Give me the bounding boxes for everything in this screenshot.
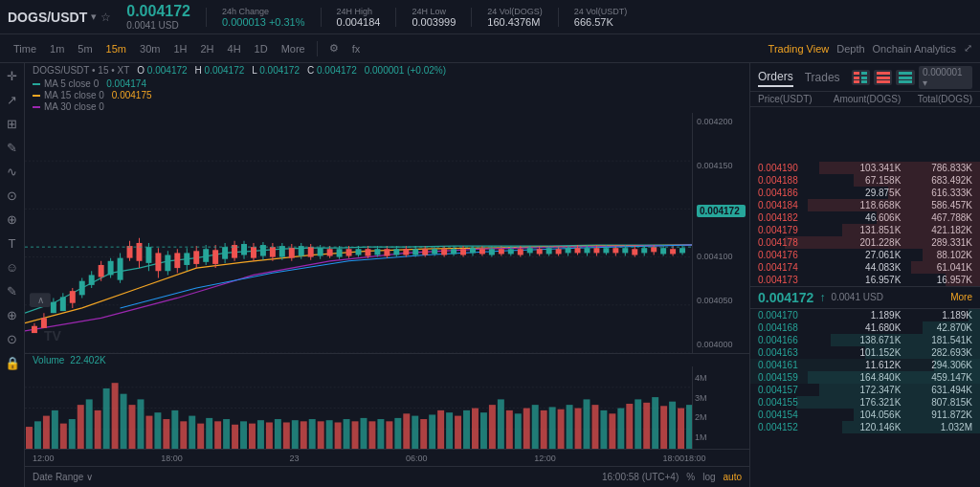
draw-tool[interactable]: ✎ (5, 139, 19, 157)
vol-bar (498, 399, 504, 449)
ob-col-total: Total(DOGS) (901, 94, 972, 104)
ask-row[interactable]: 0.004173 16.957K 16.957K (750, 274, 980, 286)
expand-icon[interactable]: ⤢ (964, 42, 972, 55)
dropdown-icon[interactable]: ▾ (91, 11, 97, 23)
ma30-dot (33, 106, 40, 108)
vol-bar (145, 416, 152, 449)
svg-rect-132 (632, 249, 637, 255)
ask-row[interactable]: 0.004188 67.158K 683.492K (750, 174, 980, 187)
ob-view-bids[interactable] (896, 70, 914, 85)
bid-row[interactable]: 0.004161 11.612K 294.306K (750, 359, 980, 371)
bid-row[interactable]: 0.004163 101.152K 282.693K (750, 346, 980, 359)
vol-level-3: 2M (695, 412, 747, 422)
svg-rect-130 (622, 248, 628, 253)
trading-view-link[interactable]: Trading View (768, 43, 830, 55)
tab-orders[interactable]: Orders (758, 68, 793, 87)
vol-bar (223, 419, 230, 449)
favorite-icon[interactable]: ☆ (100, 11, 111, 24)
interval-30m[interactable]: 30m (134, 41, 166, 56)
interval-5m[interactable]: 5m (72, 41, 98, 56)
pencil-tool[interactable]: ✎ (5, 282, 19, 300)
bid-row[interactable]: 0.004166 138.671K 181.541K (750, 334, 980, 346)
vol-bar (103, 388, 110, 449)
wave-tool[interactable]: ∿ (5, 163, 19, 181)
vol-bar (335, 422, 342, 449)
pair-name[interactable]: DOGS/USDT (8, 10, 87, 25)
ask-row[interactable]: 0.004179 131.851K 421.182K (750, 224, 980, 236)
interval-4h[interactable]: 4H (222, 41, 247, 56)
interval-1d[interactable]: 1D (249, 41, 274, 56)
ob-precision-selector[interactable]: 0.000001 ▾ (919, 66, 972, 89)
ask-row[interactable]: 0.004190 103.341K 786.833K (750, 162, 980, 174)
interval-2h[interactable]: 2H (194, 41, 219, 56)
interval-more[interactable]: More (276, 41, 311, 56)
ask-row[interactable]: 0.004176 27.061K 88.102K (750, 249, 980, 261)
log-button[interactable]: log (702, 472, 715, 482)
candle-chart[interactable]: TV ∧ 0.004200 0.004150 0.004172 0.004100… (25, 113, 749, 353)
volume-chart[interactable] (25, 366, 692, 449)
svg-rect-16 (79, 281, 85, 296)
divider (471, 8, 472, 27)
ask-row[interactable]: 0.004186 29.875K 616.333K (750, 187, 980, 199)
svg-rect-92 (441, 249, 447, 255)
divider (558, 8, 559, 27)
ob-view-both[interactable] (852, 70, 870, 85)
fibonacci-tool[interactable]: ⊕ (5, 210, 19, 229)
ask-row[interactable]: 0.004174 44.083K 61.041K (750, 261, 980, 274)
settings-icon[interactable]: ⚙ (323, 40, 345, 56)
arrow-tool[interactable]: ↗ (5, 91, 19, 109)
interval-1h[interactable]: 1H (167, 41, 192, 56)
ask-row[interactable]: 0.004178 201.228K 289.331K (750, 236, 980, 249)
depth-link[interactable]: Depth (836, 43, 864, 55)
bid-row[interactable]: 0.004155 176.321K 807.815K (750, 396, 980, 409)
svg-rect-42 (203, 249, 209, 262)
zoom-tool[interactable]: ⊕ (5, 306, 19, 324)
volume-section: Volume 22.402K (25, 353, 749, 449)
time-labels: 12:00 18:00 23 06:00 12:00 18:00 (33, 454, 684, 463)
vol-bar (394, 418, 401, 449)
svg-rect-100 (479, 249, 485, 254)
interval-time[interactable]: Time (8, 41, 42, 56)
svg-rect-112 (537, 249, 543, 254)
ask-row[interactable]: 0.004182 46.606K 467.788K (750, 211, 980, 224)
more-button[interactable]: More (950, 292, 972, 302)
emoji-tool[interactable]: ☺ (4, 258, 20, 277)
bid-row[interactable]: 0.004168 41.680K 42.870K (750, 321, 980, 334)
ob-table-header: Price(USDT) Amount(DOGS) Total(DOGS) (750, 92, 980, 107)
vol-bar (567, 405, 573, 449)
text-tool[interactable]: T (7, 234, 18, 253)
bid-row[interactable]: 0.004157 172.347K 631.494K (750, 384, 980, 396)
svg-rect-147 (861, 72, 867, 75)
indicators-button[interactable]: fx (346, 41, 367, 56)
lock-tool[interactable]: 🔒 (3, 354, 22, 372)
bid-row[interactable]: 0.004154 104.056K 911.872K (750, 409, 980, 421)
vol-bar (43, 416, 50, 449)
ask-row[interactable]: 0.004184 118.668K 586.457K (750, 199, 980, 211)
svg-rect-82 (393, 249, 399, 255)
interval-1m[interactable]: 1m (44, 41, 70, 56)
bid-row[interactable]: 0.004170 1.189K 1.189K (750, 309, 980, 321)
percent-button[interactable]: % (686, 472, 695, 482)
ob-view-asks[interactable] (874, 70, 892, 85)
pattern-tool[interactable]: ⊙ (5, 187, 19, 205)
bottom-bar: Date Range ∨ 16:00:58 (UTC+4) % log auto (25, 466, 749, 487)
svg-rect-20 (99, 265, 104, 277)
interval-15m[interactable]: 15m (100, 41, 132, 56)
ohlc-change: 0.000001 (+0.02%) (365, 65, 446, 76)
bid-row[interactable]: 0.004152 120.146K 1.032M (750, 421, 980, 433)
svg-rect-60 (289, 248, 295, 257)
vol-bar (78, 405, 84, 449)
auto-button[interactable]: auto (724, 472, 742, 482)
measure-tool[interactable]: ⊞ (5, 115, 19, 133)
date-range-button[interactable]: Date Range ∨ (33, 472, 93, 482)
onchain-link[interactable]: Onchain Analytics (873, 43, 956, 55)
svg-rect-118 (566, 248, 571, 253)
tab-trades[interactable]: Trades (805, 69, 840, 86)
magnet-tool[interactable]: ⊙ (5, 330, 19, 348)
svg-rect-22 (108, 261, 114, 276)
vol-bar (558, 410, 565, 449)
svg-rect-88 (422, 249, 428, 255)
bid-row[interactable]: 0.004159 164.840K 459.147K (750, 371, 980, 384)
svg-rect-6 (32, 326, 37, 333)
crosshair-tool[interactable]: ✛ (5, 67, 19, 85)
